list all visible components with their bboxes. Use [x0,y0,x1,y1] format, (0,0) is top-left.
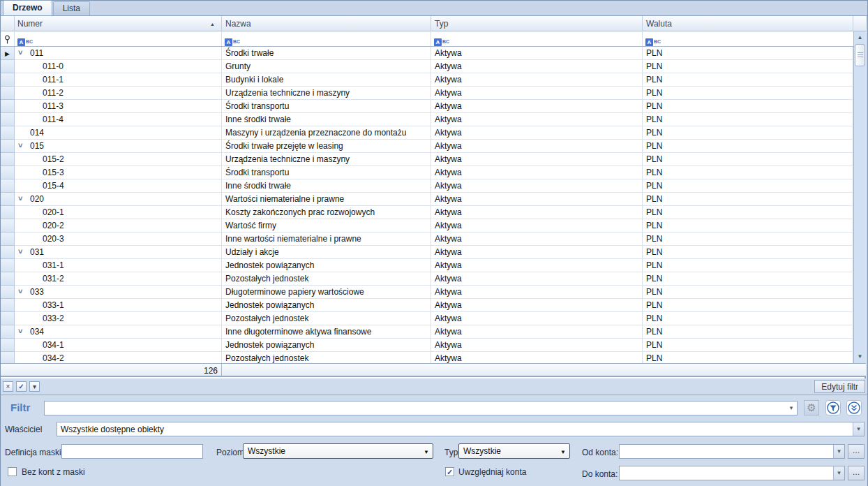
column-label: Numer [17,19,43,29]
column-header-waluta[interactable]: Waluta [643,16,853,31]
table-row[interactable]: 034-1Jednostek powiązanychAktywaPLN [1,339,853,352]
vertical-scrollbar[interactable]: ▲ ▼ [853,31,866,363]
table-row[interactable]: 031-1Jednostek powiązanychAktywaPLN [1,259,853,272]
cell-waluta: PLN [643,179,853,193]
table-row[interactable]: 020-3Inne wartości niematerialne i prawn… [1,233,853,246]
column-header-typ[interactable]: Typ [431,16,643,31]
row-selector[interactable] [1,73,15,87]
table-row[interactable]: ˅020Wartości niematerialne i prawneAktyw… [1,193,853,206]
do-konta-combo[interactable]: ▾ [619,466,845,480]
cell-numer: 011-2 [15,87,222,100]
row-selector[interactable] [1,272,15,286]
chevron-down-icon[interactable]: ▾ [833,445,844,458]
wlasciciel-combo[interactable]: Wszystkie dostępne obiekty ▾ [57,422,865,436]
row-selector[interactable] [1,126,15,140]
table-row[interactable]: 020-2Wartość firmyAktywaPLN [1,219,853,233]
table-row[interactable]: 011-1Budynki i lokaleAktywaPLN [1,73,853,87]
table-row[interactable]: 011-2Urządzenia techniczne i maszynyAkty… [1,87,853,100]
table-row[interactable]: 014Maszyny i urządzenia przeznaczone do … [1,126,853,140]
definicja-maski-input[interactable] [61,444,203,459]
row-selector[interactable] [1,233,15,246]
column-header-nazwa[interactable]: Nazwa [222,16,431,31]
row-selector[interactable] [1,87,15,100]
cell-waluta: PLN [643,206,853,219]
od-konta-combo[interactable]: ▾ [619,444,845,459]
table-row[interactable]: ˅034Inne długoterminowe aktywa finansowe… [1,325,853,339]
row-selector[interactable] [1,113,15,126]
summary-row: 126 [1,363,866,377]
filter-input-typ[interactable]: ABC [431,31,643,46]
filtr-combo[interactable]: ▾ [44,401,798,415]
row-selector[interactable] [1,219,15,233]
row-selector[interactable] [1,140,15,153]
table-row[interactable]: ˅031Udziały i akcjeAktywaPLN [1,246,853,259]
tab-lista[interactable]: Lista [53,1,90,15]
filter-settings-button[interactable]: ⚙ [804,400,819,415]
chevron-down-icon[interactable]: ▾ [786,402,797,415]
tab-drzewo[interactable]: Drzewo [3,0,52,15]
collapse-chevron-icon[interactable]: ˅ [18,325,22,337]
table-row[interactable]: 011-0GruntyAktywaPLN [1,60,853,73]
table-row[interactable]: 011-3Środki transportuAktywaPLN [1,100,853,113]
scroll-up-button[interactable]: ▲ [854,33,866,43]
table-row[interactable]: 033-1Jednostek powiązanychAktywaPLN [1,299,853,312]
collapse-chevron-icon[interactable]: ˅ [18,246,22,258]
collapse-chevron-icon[interactable]: ˅ [18,193,22,205]
row-selector[interactable] [1,299,15,312]
cell-typ: Aktywa [431,233,643,246]
apply-filter-button[interactable] [825,400,841,415]
typ-select[interactable]: Wszystkie ▼ [458,443,570,459]
row-selector[interactable] [1,259,15,272]
table-row[interactable]: ▶˅011Środki trwałeAktywaPLN [1,47,853,60]
collapse-chevron-icon[interactable]: ˅ [18,286,22,297]
table-row[interactable]: 033-2Pozostałych jednostekAktywaPLN [1,312,853,325]
filter-input-nazwa[interactable]: ABC [222,31,431,46]
close-filter-button[interactable]: × [3,381,13,392]
row-selector[interactable] [1,166,15,179]
cell-nazwa: Urządzenia techniczne i maszyny [222,153,431,166]
table-row[interactable]: 020-1Koszty zakończonych prac rozwojowyc… [1,206,853,219]
table-row[interactable]: ˅033Długoterminowe papiery wartościoweAk… [1,286,853,299]
row-selector[interactable] [1,153,15,166]
collapse-chevron-icon[interactable]: ˅ [18,47,22,59]
row-selector[interactable]: ▶ [1,47,15,60]
filter-input-numer[interactable]: ABC [15,31,222,46]
column-header-numer[interactable]: Numer ▲ [15,16,222,31]
od-konta-browse-button[interactable]: … [848,444,865,459]
scroll-down-button[interactable]: ▼ [854,352,866,362]
row-selector[interactable] [1,246,15,259]
chevron-down-icon[interactable]: ▾ [853,422,864,436]
filter-enabled-checkbox[interactable]: ✓ [16,381,27,392]
collapse-chevron-icon[interactable]: ˅ [18,140,22,152]
table-row[interactable]: 011-4Inne środki trwałeAktywaPLN [1,113,853,126]
chevron-down-icon[interactable]: ▾ [833,466,844,480]
row-selector[interactable] [1,179,15,193]
filter-input-waluta[interactable]: ABC [643,31,853,46]
bez-kont-checkbox[interactable]: ✓ [8,467,17,476]
row-selector[interactable] [1,60,15,73]
table-row[interactable]: 015-2Urządzenia techniczne i maszynyAkty… [1,153,853,166]
table-row[interactable]: 031-2Pozostałych jednostekAktywaPLN [1,272,853,286]
row-selector[interactable] [1,312,15,325]
scrollbar-thumb[interactable] [855,44,865,66]
filtr-combo-value [45,402,797,404]
cell-numer: 033-2 [15,312,222,325]
table-row[interactable]: 034-2Pozostałych jednostekAktywaPLN [1,352,853,363]
row-selector[interactable] [1,352,15,363]
table-row[interactable]: 015-3Środki transportuAktywaPLN [1,166,853,179]
uwzgledniaj-konta-checkbox[interactable]: ✓ [445,467,454,476]
row-selector[interactable] [1,325,15,339]
expand-filter-button[interactable] [846,400,862,415]
filter-dropdown-button[interactable]: ▾ [29,381,40,392]
table-row[interactable]: ˅015Środki trwałe przejęte w leasingAkty… [1,140,853,153]
poziom-select[interactable]: Wszystkie ▼ [243,443,433,459]
table-row[interactable]: 015-4Inne środki trwałeAktywaPLN [1,179,853,193]
row-selector[interactable] [1,100,15,113]
do-konta-browse-button[interactable]: … [848,466,865,480]
uwzgledniaj-konta-label: Uwzględniaj konta [458,467,526,477]
row-selector[interactable] [1,339,15,352]
row-selector[interactable] [1,193,15,206]
row-selector[interactable] [1,206,15,219]
row-selector[interactable] [1,286,15,299]
edit-filter-button[interactable]: Edytuj filtr [814,380,865,393]
